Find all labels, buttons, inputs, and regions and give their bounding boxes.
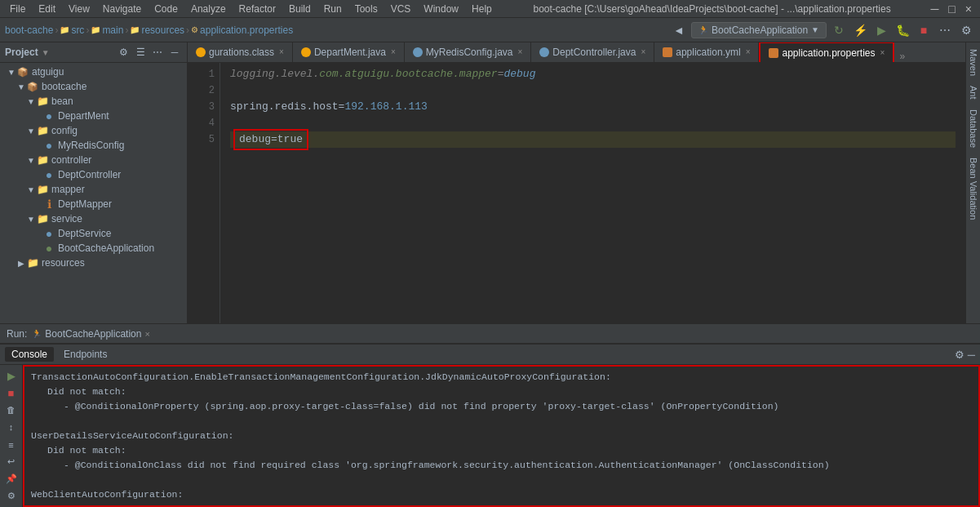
panel-hide-icon[interactable]: ─: [167, 45, 182, 60]
code-editor[interactable]: logging.level.com.atguigu.bootcache.mapp…: [220, 63, 965, 323]
console-output[interactable]: TransactionAutoConfiguration.EnableTrans…: [23, 365, 980, 507]
console-line-3: - @ConditionalOnProperty (spring.aop.pro…: [31, 399, 972, 414]
refresh-btn[interactable]: ↻: [830, 21, 848, 39]
java-icon-myredis: ●: [42, 139, 55, 152]
tab-label-gurations: gurations.class: [209, 47, 274, 58]
console-stop-btn[interactable]: ■: [3, 385, 20, 400]
tree-item-bean[interactable]: ▼ 📁 bean: [0, 94, 187, 109]
tab-label-department: DepartMent.java: [314, 47, 386, 58]
tree-item-mapper[interactable]: ▼ 📁 mapper: [0, 182, 187, 197]
bottom-settings-icon[interactable]: ⚙: [955, 349, 964, 361]
run-app-icon: 🏃: [32, 329, 42, 338]
run-btn[interactable]: ▶: [872, 21, 890, 39]
menu-help[interactable]: Help: [465, 0, 499, 18]
tab-myredisconfig[interactable]: MyRedisConfig.java ×: [405, 42, 532, 62]
breadcrumb-src[interactable]: src: [71, 24, 84, 36]
panel-settings-icon[interactable]: ⚙: [116, 45, 131, 60]
menu-edit[interactable]: Edit: [32, 0, 62, 18]
tab-deptcontroller[interactable]: DeptController.java ×: [531, 42, 654, 62]
build-btn[interactable]: ⚡: [851, 21, 869, 39]
console-filter-btn[interactable]: ≡: [3, 438, 20, 452]
minimize-btn[interactable]: ─: [925, 0, 943, 18]
bottom-tab-console[interactable]: Console: [5, 347, 54, 362]
database-label[interactable]: Database: [969, 106, 978, 151]
bean-validation-label[interactable]: Bean Validation: [969, 154, 978, 223]
label-mapper: mapper: [51, 184, 85, 195]
panel-layout-icon[interactable]: ☰: [133, 45, 148, 60]
menu-run[interactable]: Run: [317, 0, 348, 18]
run-tab-close[interactable]: ×: [144, 329, 149, 339]
arrow-service: ▼: [26, 215, 36, 224]
console-run-btn[interactable]: ▶: [3, 368, 20, 383]
settings-btn[interactable]: ⚙: [957, 21, 975, 39]
tab-close-props[interactable]: ×: [880, 48, 885, 57]
editor-content[interactable]: 1 2 3 4 5 logging.level.com.atguigu.boot…: [188, 63, 965, 323]
tab-yaml[interactable]: application.yml ×: [654, 42, 759, 62]
panel-gear-icon[interactable]: ⋯: [150, 45, 165, 60]
menu-vcs[interactable]: VCS: [384, 0, 418, 18]
tab-label-props: application.properties: [782, 47, 875, 59]
tree-item-controller[interactable]: ▼ 📁 controller: [0, 153, 187, 167]
console-gear-btn[interactable]: ⚙: [3, 489, 20, 504]
console-pin-btn[interactable]: 📌: [3, 472, 20, 487]
menu-analyze[interactable]: Analyze: [184, 0, 233, 18]
tree-item-bootcache[interactable]: ▼ 📦 bootcache: [0, 79, 187, 94]
run-config-selector[interactable]: 🏃 BootCacheApplication ▼: [691, 22, 827, 38]
tree-item-atguigu[interactable]: ▼ 📦 atguigu: [0, 64, 187, 79]
breadcrumb-resources[interactable]: resources: [141, 24, 184, 36]
line-numbers: 1 2 3 4 5: [188, 63, 220, 323]
back-btn[interactable]: ◄: [670, 21, 688, 39]
run-app-label[interactable]: BootCacheApplication: [45, 328, 141, 340]
folder-icon-resources: 📁: [26, 256, 39, 269]
tree-item-deptcontroller[interactable]: ● DeptController: [0, 167, 187, 182]
tab-department[interactable]: DepartMent.java ×: [293, 42, 405, 62]
maven-label[interactable]: Maven: [969, 46, 978, 79]
label-service: service: [51, 213, 82, 225]
tab-close-myredis[interactable]: ×: [518, 47, 523, 56]
tab-props[interactable]: application.properties ×: [759, 42, 894, 62]
console-scroll-btn[interactable]: ↕: [3, 420, 20, 434]
menu-navigate[interactable]: Navigate: [96, 0, 148, 18]
tree-item-department[interactable]: ● DepartMent: [0, 109, 187, 123]
tab-close-yaml[interactable]: ×: [746, 47, 751, 56]
breadcrumb-file[interactable]: application.properties: [200, 24, 293, 36]
bottom-content: ▶ ■ 🗑 ↕ ≡ ↩ 📌 ⚙ TransactionAutoConfigura…: [0, 365, 980, 507]
console-clear-btn[interactable]: 🗑: [3, 402, 20, 417]
tab-close-department[interactable]: ×: [391, 47, 396, 56]
stop-btn[interactable]: ■: [915, 21, 933, 39]
tree-item-resources[interactable]: ▶ 📁 resources: [0, 256, 187, 270]
close-btn[interactable]: ×: [960, 0, 977, 18]
tab-label-yaml: application.yml: [676, 47, 740, 58]
bottom-hide-icon[interactable]: ─: [968, 349, 975, 361]
tab-close-gurations[interactable]: ×: [279, 47, 284, 56]
main-icon: 📁: [91, 25, 100, 34]
java-icon-deptctrl: ●: [42, 168, 55, 181]
menu-window[interactable]: Window: [417, 0, 465, 18]
run-config-dropdown[interactable]: ▼: [811, 25, 819, 34]
more-btn[interactable]: ⋯: [936, 21, 954, 39]
debug-btn[interactable]: 🐛: [894, 21, 911, 39]
breadcrumb-project[interactable]: boot-cache: [5, 24, 53, 36]
tree-item-config[interactable]: ▼ 📁 config: [0, 123, 187, 138]
tree-item-myredisconfig[interactable]: ● MyRedisConfig: [0, 138, 187, 153]
menu-tools[interactable]: Tools: [348, 0, 384, 18]
menu-build[interactable]: Build: [282, 0, 317, 18]
tab-gurations[interactable]: gurations.class ×: [188, 42, 293, 62]
tree-item-service[interactable]: ▼ 📁 service: [0, 211, 187, 226]
ant-label[interactable]: Ant: [969, 82, 978, 103]
console-wrap-btn[interactable]: ↩: [3, 455, 20, 469]
menu-file[interactable]: File: [3, 0, 32, 18]
menu-refactor[interactable]: Refactor: [233, 0, 282, 18]
bottom-tab-endpoints[interactable]: Endpoints: [57, 347, 113, 362]
maximize-btn[interactable]: □: [943, 0, 960, 18]
tab-more-icon[interactable]: »: [894, 51, 910, 62]
panel-dropdown[interactable]: ▼: [42, 48, 50, 57]
tab-close-deptctrl[interactable]: ×: [641, 47, 645, 56]
breadcrumb-main[interactable]: main: [102, 24, 123, 36]
tree-item-deptmapper[interactable]: ℹ DeptMapper: [0, 197, 187, 211]
tree-item-bootcacheapp[interactable]: ● BootCacheApplication: [0, 241, 187, 256]
tree-item-deptservice[interactable]: ● DeptService: [0, 226, 187, 241]
menu-view[interactable]: View: [62, 0, 96, 18]
folder-icon-service: 📁: [36, 212, 49, 225]
menu-code[interactable]: Code: [148, 0, 184, 18]
